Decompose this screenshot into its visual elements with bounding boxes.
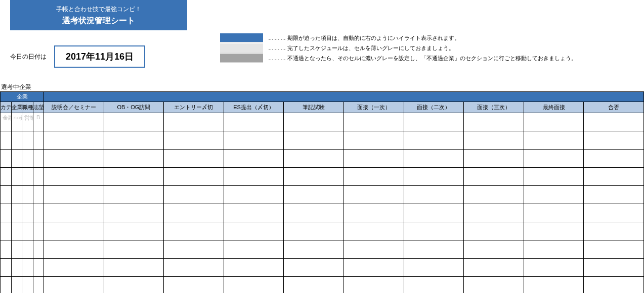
- legend-row: ………不通過となったら、そのセルに濃いグレーを設定し、「不通過企業」のセクション…: [220, 53, 577, 63]
- legend-row: ………期限が迫った項目は、自動的に右のようにハイライト表示されます。: [220, 33, 577, 43]
- legend-swatch-lightgray: [220, 43, 263, 53]
- title-main: 選考状況管理シート: [10, 16, 187, 26]
- cell-step[interactable]: [524, 113, 584, 131]
- cell-rank[interactable]: B: [33, 113, 44, 131]
- col-category: カテゴリ: [1, 102, 12, 113]
- cell-step[interactable]: [344, 113, 404, 131]
- col-step: ES提出（〆切）: [224, 102, 284, 113]
- date-label: 今日の日付は: [10, 53, 47, 61]
- legend-row: ………完了したスケジュールは、セルを薄いグレーにしておきましょう。: [220, 43, 577, 53]
- col-step: 説明会／セミナー: [44, 102, 104, 113]
- col-step: エントリー〆切: [164, 102, 224, 113]
- col-jobtype: 職種: [22, 102, 33, 113]
- col-step: 面接（三次）: [464, 102, 524, 113]
- cell-step[interactable]: [44, 113, 104, 131]
- cell-step[interactable]: [104, 113, 164, 131]
- cell-step[interactable]: [584, 113, 644, 131]
- col-company: 企業名: [11, 102, 22, 113]
- date-value: 2017年11月16日: [54, 45, 145, 68]
- table-row[interactable]: [1, 240, 644, 259]
- table-row[interactable]: [1, 131, 644, 150]
- selection-table[interactable]: 企業 カテゴリ 企業名 職種 志望度（A～E） 説明会／セミナー OB・OG訪問…: [0, 91, 644, 293]
- col-step: OB・OG訪問: [104, 102, 164, 113]
- col-step: 面接（二次）: [404, 102, 464, 113]
- table-row[interactable]: [1, 204, 644, 222]
- legend-text: ………完了したスケジュールは、セルを薄いグレーにしておきましょう。: [268, 44, 454, 52]
- legend-text: ………不通過となったら、そのセルに濃いグレーを設定し、「不通過企業」のセクション…: [268, 55, 577, 62]
- table-row[interactable]: [1, 168, 644, 186]
- cell-step[interactable]: [224, 113, 284, 131]
- legend-text: ………期限が迫った項目は、自動的に右のようにハイライト表示されます。: [268, 34, 460, 42]
- col-rank: 志望度（A～E）: [33, 102, 44, 113]
- table-row[interactable]: [1, 150, 644, 168]
- title-subtitle: 手帳と合わせ技で最強コンビ！: [10, 5, 187, 14]
- group-header-steps: [44, 92, 644, 102]
- table-row[interactable]: [1, 259, 644, 277]
- col-step: 面接（一次）: [344, 102, 404, 113]
- section-ongoing-label: 選考中企業: [0, 83, 644, 91]
- cell-category[interactable]: 金融: [1, 113, 12, 131]
- cell-step[interactable]: [464, 113, 524, 131]
- table-row[interactable]: [1, 186, 644, 204]
- legend-swatch-gray: [220, 54, 263, 63]
- table-row-example[interactable]: 金融 ○○銀行 営業 B: [1, 113, 644, 131]
- col-step: 筆記試験: [284, 102, 344, 113]
- legend-swatch-blue: [220, 33, 263, 42]
- col-step: 最終面接: [524, 102, 584, 113]
- table-row[interactable]: [1, 277, 644, 294]
- cell-jobtype[interactable]: 営業: [22, 113, 33, 131]
- legend-area: ………期限が迫った項目は、自動的に右のようにハイライト表示されます。 ………完了…: [220, 33, 577, 63]
- cell-step[interactable]: [164, 113, 224, 131]
- cell-step[interactable]: [404, 113, 464, 131]
- col-step: 合否: [584, 102, 644, 113]
- cell-step[interactable]: [284, 113, 344, 131]
- title-box: 手帳と合わせ技で最強コンビ！ 選考状況管理シート: [10, 0, 187, 30]
- cell-company[interactable]: ○○銀行: [11, 113, 22, 131]
- table-row[interactable]: [1, 222, 644, 240]
- group-header-company: 企業: [1, 92, 44, 102]
